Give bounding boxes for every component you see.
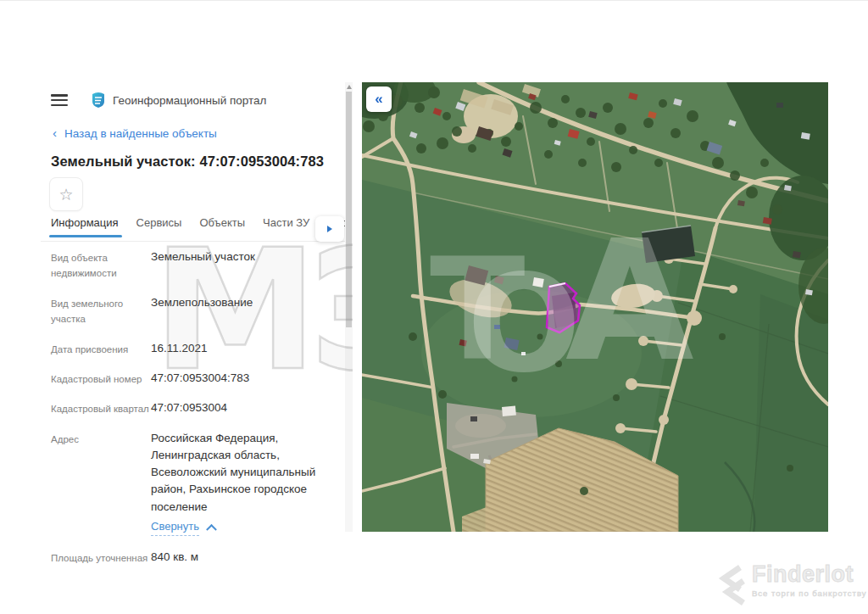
page-title: Земельный участок: 47:07:0953004:783 [51, 154, 324, 170]
double-chevron-left-icon: « [375, 91, 382, 108]
attributes-list: Вид объекта недвижимости Земельный участ… [51, 248, 339, 579]
collapse-panel-button[interactable]: « [366, 87, 392, 112]
back-link-label: Назад в найденные объекты [64, 127, 217, 140]
window-top-border [0, 0, 868, 1]
back-link[interactable]: ‹ Назад в найденные объекты [53, 127, 217, 140]
brand-watermark: Finderlot Все торги по банкротству [716, 563, 867, 606]
field-assignment-date: Дата присвоения 16.11.2021 [51, 340, 339, 357]
menu-hamburger-icon[interactable] [51, 94, 68, 106]
star-icon: ☆ [58, 185, 73, 204]
panel-scrollbar[interactable] [345, 82, 353, 532]
chevron-left-icon: ‹ [53, 126, 57, 139]
tabs-bar: Информация Сервисы Объекты Части ЗУ Сост… [41, 216, 346, 242]
scrollbar-up-arrow-icon[interactable] [347, 85, 352, 89]
tab-objects[interactable]: Объекты [199, 216, 245, 237]
address-value: Российская Федерация, Ленинградская обла… [151, 432, 315, 513]
chevron-right-icon [327, 226, 332, 232]
app-title: Геоинформационный портал [113, 94, 266, 107]
tab-services[interactable]: Сервисы [136, 216, 182, 237]
info-panel: Геоинформационный портал ‹ Назад в найде… [41, 82, 346, 532]
field-refined-area: Площадь уточненная 840 кв. м [51, 549, 339, 566]
tab-information[interactable]: Информация [51, 216, 119, 237]
favorite-button[interactable]: ☆ [49, 177, 83, 211]
satellite-map-image [362, 82, 828, 532]
field-cadastral-quarter: Кадастровый квартал 47:07:0953004 [51, 399, 339, 416]
scrollbar-thumb[interactable] [346, 92, 352, 327]
field-address: Адрес Российская Федерация, Ленинградска… [51, 430, 339, 537]
brand-tagline: Все торги по банкротству [752, 589, 867, 598]
portal-logo-icon [90, 92, 107, 109]
tab-parcel-parts[interactable]: Части ЗУ [263, 216, 309, 237]
tabs-scroll-right-button[interactable] [315, 216, 344, 242]
brand-name: Finderlot [752, 563, 867, 586]
chevron-up-icon [206, 524, 217, 535]
finderlot-logo-icon [716, 565, 747, 606]
collapse-address-link[interactable]: Свернуть [151, 518, 215, 537]
map-viewport[interactable]: Т О А « [362, 82, 828, 532]
field-parcel-kind: Вид земельного участка Землепользование [51, 294, 339, 327]
panel-header: Геоинформационный портал [51, 89, 266, 111]
field-object-kind: Вид объекта недвижимости Земельный участ… [51, 248, 339, 282]
field-cadastral-number: Кадастровый номер 47:07:0953004:783 [51, 370, 339, 387]
